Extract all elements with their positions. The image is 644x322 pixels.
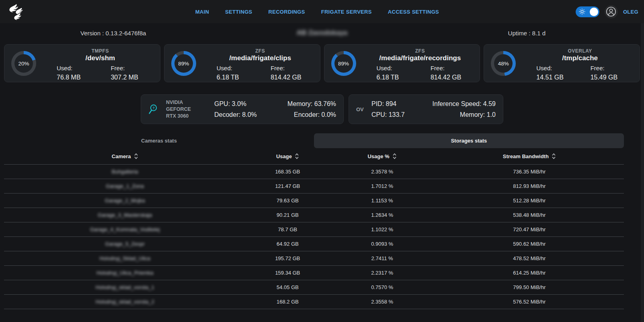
usage-cell: 64.92 GB bbox=[246, 241, 329, 247]
nav-item-access-settings[interactable]: ACCESS SETTINGS bbox=[388, 9, 439, 15]
user-icon bbox=[606, 6, 616, 17]
camera-name-blurred: Garage_4_Komnata_Voditelej bbox=[4, 226, 246, 232]
table-row: Garage_3_Masterskaja 90.21 GB 1.2634 % 5… bbox=[4, 208, 624, 222]
nav-links: MAIN SETTINGS RECORDINGS FRIGATE SERVERS… bbox=[195, 0, 439, 23]
toggle-knob bbox=[590, 8, 598, 16]
tab-cameras-stats[interactable]: Cameras stats bbox=[4, 133, 314, 148]
table-row: Garage_4_Komnata_Voditelej 78.7 GB 1.102… bbox=[4, 222, 624, 236]
info-row: Version : 0.13.2-6476f8a AB Zavodskaya U… bbox=[0, 23, 644, 43]
detector-label: OV bbox=[356, 106, 366, 112]
table-row: Garage_1_Zona 121.47 GB 1.7012 % 812.93 … bbox=[4, 179, 624, 193]
nav-item-recordings[interactable]: RECORDINGS bbox=[269, 9, 305, 15]
column-header-usage[interactable]: Usage bbox=[276, 153, 299, 159]
used-label: Used: bbox=[206, 64, 260, 73]
table-row: Holodnyj_Ulica_Priemka 159.34 GB 2.2317 … bbox=[4, 265, 624, 280]
gpu-decoder-stat: Decoder: 8.0% bbox=[214, 109, 257, 120]
process-cards-row: ? NVIDIA GEFORCE RTX 3060 GPU: 3.0% Deco… bbox=[0, 94, 644, 124]
free-value: 307.2 MB bbox=[100, 73, 154, 82]
bandwidth-cell: 576.52 MiB/hr bbox=[435, 299, 624, 305]
table-row: Buhgalteria 168.35 GB 2.3578 % 736.35 Mi… bbox=[4, 164, 624, 179]
usage-cell: 54.05 GB bbox=[246, 284, 329, 290]
free-label: Free: bbox=[260, 64, 314, 73]
server-title-blurred: AB Zavodskaya bbox=[297, 29, 348, 37]
free-label: Free: bbox=[580, 64, 634, 73]
usage-cell: 168.35 GB bbox=[246, 169, 329, 175]
usage-cell: 168.2 GB bbox=[246, 299, 329, 305]
detector-card: OV PID: 894 CPU: 133.7 Inference Speed: … bbox=[349, 94, 503, 124]
used-label: Used: bbox=[526, 64, 580, 73]
usage-pct-cell: 1.1153 % bbox=[330, 198, 435, 204]
camera-name-blurred: Garage_3_Masterskaja bbox=[4, 212, 246, 218]
camera-name-blurred: Buhgalteria bbox=[4, 169, 246, 175]
usage-pct-cell: 2.3578 % bbox=[330, 169, 435, 175]
username-label[interactable]: OLEG bbox=[623, 9, 638, 15]
storage-card: 89% ZFS /media/frigate/recordings Used: … bbox=[324, 44, 480, 82]
gpu-search-icon: ? bbox=[148, 103, 160, 115]
fs-type-label: ZFS bbox=[206, 48, 314, 54]
uptime-label: Uptime : 8.1 d bbox=[508, 30, 546, 37]
storage-card: 48% OVERLAY /tmp/cache Used: Free: 14.51… bbox=[484, 44, 640, 82]
gpu-usage-stat: GPU: 3.0% bbox=[214, 98, 257, 109]
usage-pct-cell: 1.1022 % bbox=[330, 226, 435, 232]
table-row: Garage_5_Zespr 64.92 GB 0.9093 % 590.62 … bbox=[4, 236, 624, 251]
usage-cell: 159.34 GB bbox=[246, 270, 329, 276]
sort-icon bbox=[392, 153, 397, 159]
bandwidth-cell: 614.25 MiB/hr bbox=[435, 270, 624, 276]
sun-icon bbox=[579, 8, 585, 15]
column-header-usage-pct[interactable]: Usage % bbox=[367, 153, 396, 159]
detector-memory-stat: Memory: 1.0 bbox=[433, 109, 496, 120]
tab-storages-stats[interactable]: Storages stats bbox=[314, 133, 624, 148]
usage-pct-cell: 2.7411 % bbox=[330, 255, 435, 261]
bandwidth-cell: 512.28 MiB/hr bbox=[435, 198, 624, 204]
storage-usage-donut: 89% bbox=[171, 51, 196, 76]
bandwidth-cell: 799.50 MiB/hr bbox=[435, 284, 624, 290]
scrollbar[interactable] bbox=[641, 23, 644, 322]
usage-cell: 90.21 GB bbox=[246, 212, 329, 218]
donut-percent-label: 20% bbox=[18, 61, 29, 67]
nav-item-main[interactable]: MAIN bbox=[195, 9, 209, 15]
storage-usage-donut: 48% bbox=[491, 51, 516, 76]
used-value: 6.18 TB bbox=[206, 73, 260, 82]
column-header-camera[interactable]: Camera bbox=[112, 153, 138, 159]
free-value: 814.42 GB bbox=[420, 73, 474, 82]
usage-pct-cell: 1.7012 % bbox=[330, 183, 435, 189]
column-header-stream-bandwidth[interactable]: Stream Bandwidth bbox=[503, 153, 556, 159]
usage-cell: 121.47 GB bbox=[246, 183, 329, 189]
storage-cards: 20% TMPFS /dev/shm Used: Free: 76.8 MB 3… bbox=[4, 44, 640, 82]
frigate-dashboard: MAIN SETTINGS RECORDINGS FRIGATE SERVERS… bbox=[0, 0, 644, 322]
camera-name-blurred: Holodnyj_sklad_vorota_2 bbox=[4, 299, 246, 305]
usage-pct-cell: 2.3558 % bbox=[330, 299, 435, 305]
mount-path-label: /tmp/cache bbox=[526, 54, 634, 62]
gpu-card: ? NVIDIA GEFORCE RTX 3060 GPU: 3.0% Deco… bbox=[141, 94, 344, 124]
bandwidth-cell: 590.62 MiB/hr bbox=[435, 241, 624, 247]
table-header-row: Camera Usage Usage % Stream Bandwidth bbox=[4, 148, 624, 164]
used-label: Used: bbox=[366, 64, 420, 73]
free-label: Free: bbox=[100, 64, 154, 73]
bandwidth-cell: 736.35 MiB/hr bbox=[435, 169, 624, 175]
nav-item-frigate-servers[interactable]: FRIGATE SERVERS bbox=[321, 9, 372, 15]
theme-toggle[interactable] bbox=[576, 6, 599, 17]
fs-type-label: OVERLAY bbox=[526, 48, 634, 54]
storage-usage-donut: 89% bbox=[331, 51, 356, 76]
sort-icon bbox=[134, 153, 138, 159]
storages-stats-table: Camera Usage Usage % Stream Bandwidth Bu… bbox=[4, 148, 624, 309]
bandwidth-cell: 812.93 MiB/hr bbox=[435, 183, 624, 189]
usage-cell: 195.72 GB bbox=[246, 255, 329, 261]
table-row: Holodnyj_Sklad_Ulica 195.72 GB 2.7411 % … bbox=[4, 251, 624, 265]
storage-card: 20% TMPFS /dev/shm Used: Free: 76.8 MB 3… bbox=[4, 44, 160, 82]
usage-pct-cell: 1.2634 % bbox=[330, 212, 435, 218]
camera-name-blurred: Garage_5_Zespr bbox=[4, 241, 246, 247]
mount-path-label: /media/frigate/recordings bbox=[366, 54, 474, 62]
fs-type-label: ZFS bbox=[366, 48, 474, 54]
sort-icon bbox=[295, 153, 299, 159]
usage-pct-cell: 0.7570 % bbox=[330, 284, 435, 290]
usage-cell: 79.63 GB bbox=[246, 198, 329, 204]
stats-tabs: Cameras stats Storages stats bbox=[4, 133, 624, 148]
svg-text:?: ? bbox=[152, 106, 154, 110]
detector-cpu-stat: CPU: 133.7 bbox=[371, 109, 405, 120]
user-menu-button[interactable] bbox=[605, 5, 618, 18]
used-value: 14.51 GB bbox=[526, 73, 580, 82]
version-label: Version : 0.13.2-6476f8a bbox=[80, 30, 146, 37]
table-body: Buhgalteria 168.35 GB 2.3578 % 736.35 Mi… bbox=[4, 164, 624, 309]
nav-item-settings[interactable]: SETTINGS bbox=[225, 9, 252, 15]
